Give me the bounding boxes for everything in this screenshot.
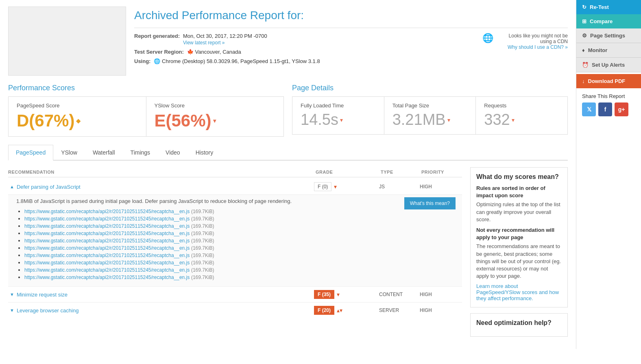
rec-type-defer-js: JS bbox=[379, 184, 420, 190]
list-item: https://www.gstatic.com/recaptcha/api2/r… bbox=[24, 223, 456, 229]
th-grade: GRADE bbox=[316, 170, 381, 174]
link-size: (169.7KiB) bbox=[191, 245, 214, 251]
rec-link[interactable]: https://www.gstatic.com/recaptcha/api2/r… bbox=[24, 253, 190, 258]
list-item: https://www.gstatic.com/recaptcha/api2/r… bbox=[24, 230, 456, 236]
retest-button[interactable]: ↻ Re-Test bbox=[576, 0, 641, 14]
gplus-share-button[interactable]: g+ bbox=[615, 102, 628, 116]
rec-link[interactable]: https://www.gstatic.com/recaptcha/api2/r… bbox=[24, 216, 190, 222]
grade-badge-caching: F (20) bbox=[314, 306, 334, 315]
th-priority: PRIORITY bbox=[421, 170, 462, 174]
th-type: TYPE bbox=[381, 170, 421, 174]
generated-label: Report generated: bbox=[134, 33, 180, 39]
results-area: RECOMMENDATION GRADE TYPE PRIORITY ▲ Def… bbox=[8, 167, 568, 342]
loaded-time-label: Fully Loaded Time bbox=[301, 102, 376, 109]
rec-type-caching: SERVER bbox=[379, 307, 420, 313]
rec-header-browser-caching[interactable]: ▼ Leverage browser caching F (20) ▴▾ SER… bbox=[8, 303, 462, 318]
cdn-link[interactable]: Why should I use a CDN? » bbox=[508, 44, 568, 50]
grade-badge-minimize: F (35) bbox=[314, 290, 334, 299]
page-size-value: 3.21MB ▾ bbox=[392, 111, 468, 129]
rec-row-defer-js: ▲ Defer parsing of JavaScript F (0) ▾ JS… bbox=[8, 179, 462, 286]
scores-meaning-p2: Not every recommendation will apply to y… bbox=[476, 227, 562, 280]
tab-yslow[interactable]: YSlow bbox=[53, 145, 85, 160]
page-size-label: Total Page Size bbox=[392, 102, 468, 109]
alerts-icon: ⏰ bbox=[582, 62, 589, 68]
rec-header-minimize-request[interactable]: ▼ Minimize request size F (35) ▾ CONTENT… bbox=[8, 287, 462, 302]
pagespeed-score-text: D(67%) bbox=[17, 111, 74, 131]
rec-link[interactable]: https://www.gstatic.com/recaptcha/api2/r… bbox=[24, 260, 190, 266]
rec-link[interactable]: https://www.gstatic.com/recaptcha/api2/r… bbox=[24, 231, 190, 236]
requests-dropdown-icon[interactable]: ▾ bbox=[512, 117, 515, 123]
rec-grade-caching: F (20) ▴▾ bbox=[314, 306, 379, 315]
rec-link[interactable]: https://www.gstatic.com/recaptcha/api2/r… bbox=[24, 267, 190, 273]
compare-button[interactable]: ⊞ Compare bbox=[576, 14, 641, 28]
download-pdf-button[interactable]: ↓ Download PDF bbox=[576, 74, 641, 88]
pagespeed-label: PageSpeed Score bbox=[17, 102, 138, 109]
grade-arrow-defer-js: ▾ bbox=[334, 183, 337, 190]
link-size: (169.7KiB) bbox=[191, 253, 214, 258]
rec-link[interactable]: https://www.gstatic.com/recaptcha/api2/r… bbox=[24, 245, 190, 251]
twitter-share-button[interactable]: 𝕏 bbox=[582, 102, 596, 116]
view-latest-link[interactable]: View latest report » bbox=[183, 40, 267, 46]
server-region-value: 🍁 Vancouver, Canada bbox=[187, 49, 241, 55]
results-table: RECOMMENDATION GRADE TYPE PRIORITY ▲ Def… bbox=[8, 167, 462, 342]
rec-link[interactable]: https://www.gstatic.com/recaptcha/api2/r… bbox=[24, 238, 190, 244]
page-size-dropdown-icon[interactable]: ▾ bbox=[447, 117, 450, 123]
pagespeed-value: D(67%) ◆ bbox=[17, 111, 138, 131]
scores-meaning-title: What do my scores mean? bbox=[476, 173, 562, 181]
tab-video[interactable]: Video bbox=[158, 145, 188, 160]
retest-icon: ↻ bbox=[582, 4, 586, 10]
rec-row-browser-caching: ▼ Leverage browser caching F (20) ▴▾ SER… bbox=[8, 303, 462, 318]
rec-title-browser-caching: ▼ Leverage browser caching bbox=[10, 307, 314, 314]
details-box: Fully Loaded Time 14.5s ▾ Total Page Siz… bbox=[292, 96, 568, 135]
list-item: https://www.gstatic.com/recaptcha/api2/r… bbox=[24, 208, 456, 214]
compare-icon: ⊞ bbox=[582, 18, 586, 24]
rec-label-defer-js: Defer parsing of JavaScript bbox=[17, 184, 81, 190]
link-size: (169.7KiB) bbox=[191, 223, 214, 229]
page-title: Archived Performance Report for: bbox=[134, 9, 568, 22]
list-item: https://www.gstatic.com/recaptcha/api2/r… bbox=[24, 259, 456, 266]
rec-collapse-icon: ▼ bbox=[10, 292, 14, 297]
scores-meaning-p1: Rules are sorted in order of impact upon… bbox=[476, 185, 562, 223]
page-details: Page Details Fully Loaded Time 14.5s ▾ T… bbox=[292, 84, 568, 137]
rec-grade-defer-js: F (0) ▾ bbox=[314, 182, 379, 191]
using-label: Using: bbox=[134, 58, 150, 64]
setup-alerts-button[interactable]: ⏰ Set Up Alerts bbox=[576, 58, 641, 72]
loaded-time-dropdown-icon[interactable]: ▾ bbox=[340, 117, 343, 123]
page-settings-button[interactable]: ⚙ Page Settings bbox=[576, 28, 641, 43]
perf-scores-title: Performance Scores bbox=[8, 84, 284, 92]
rec-link[interactable]: https://www.gstatic.com/recaptcha/api2/r… bbox=[24, 275, 190, 280]
tab-pagespeed[interactable]: PageSpeed bbox=[8, 145, 53, 161]
tab-timings[interactable]: Timings bbox=[123, 145, 158, 160]
yslow-label: YSlow Score bbox=[155, 102, 276, 109]
screenshot-thumbnail bbox=[8, 7, 126, 76]
pagespeed-score-card: PageSpeed Score D(67%) ◆ bbox=[9, 97, 146, 136]
tab-history[interactable]: History bbox=[188, 145, 221, 160]
report-header: Archived Performance Report for: Report … bbox=[8, 7, 568, 76]
requests-label: Requests bbox=[484, 102, 559, 109]
rec-content-defer-js: What's this mean? 1.8MiB of JavaScript i… bbox=[8, 194, 462, 286]
th-recommendation: RECOMMENDATION bbox=[8, 170, 316, 174]
list-item: https://www.gstatic.com/recaptcha/api2/r… bbox=[24, 252, 456, 258]
list-item: https://www.gstatic.com/recaptcha/api2/r… bbox=[24, 245, 456, 251]
scores-section: Performance Scores PageSpeed Score D(67%… bbox=[8, 84, 568, 137]
rec-description-defer-js: 1.8MiB of JavaScript is parsed during in… bbox=[16, 198, 456, 204]
tab-waterfall[interactable]: Waterfall bbox=[85, 145, 123, 160]
scores-meaning-box: What do my scores mean? Rules are sorted… bbox=[470, 167, 568, 307]
rec-link[interactable]: https://www.gstatic.com/recaptcha/api2/r… bbox=[24, 209, 190, 214]
scores-learn-more-link[interactable]: Learn more about PageSpeed/YSlow scores … bbox=[476, 283, 559, 301]
whats-mean-button[interactable]: What's this mean? bbox=[404, 197, 456, 209]
rec-grade-minimize: F (35) ▾ bbox=[314, 290, 379, 299]
monitor-button[interactable]: ♦ Monitor bbox=[576, 43, 641, 58]
link-size: (169.7KiB) bbox=[191, 231, 214, 236]
rec-header-defer-js[interactable]: ▲ Defer parsing of JavaScript F (0) ▾ JS… bbox=[8, 179, 462, 194]
link-size: (169.7KiB) bbox=[191, 209, 214, 214]
facebook-share-button[interactable]: f bbox=[598, 102, 612, 116]
table-header: RECOMMENDATION GRADE TYPE PRIORITY bbox=[8, 167, 462, 177]
link-size: (169.7KiB) bbox=[191, 260, 214, 266]
loaded-time-value: 14.5s ▾ bbox=[301, 111, 376, 129]
rec-link[interactable]: https://www.gstatic.com/recaptcha/api2/r… bbox=[24, 223, 190, 229]
rec-title-defer-js: ▲ Defer parsing of JavaScript bbox=[10, 184, 314, 190]
scores-meaning-p1-bold: Rules are sorted in order of impact upon… bbox=[476, 185, 562, 199]
rec-priority-caching: HIGH bbox=[420, 307, 460, 313]
yslow-dropdown-icon[interactable]: ▾ bbox=[213, 118, 216, 124]
